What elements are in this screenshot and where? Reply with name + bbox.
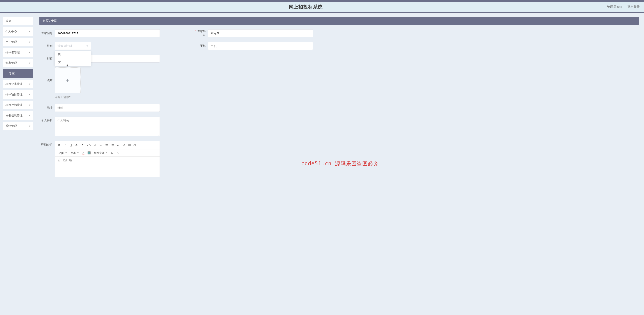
rich-text-editor: B I U S ❞ </> H₁ H₂ 123 — [55, 141, 160, 177]
app-title: 网上招投标系统 — [4, 4, 607, 10]
gender-select-placeholder: 请选择性别 — [58, 44, 72, 48]
gender-select[interactable]: 请选择性别 男 女 — [55, 42, 91, 50]
sidebar-item-expert-mgmt[interactable]: 专家管理 — [3, 59, 33, 67]
sidebar-item-profile[interactable]: 个人中心 — [3, 27, 33, 36]
chevron-down-icon — [29, 126, 30, 127]
svg-point-4 — [111, 145, 112, 145]
breadcrumb-home[interactable]: 首页 — [43, 19, 48, 22]
photo-label: 照片 — [40, 67, 52, 82]
chevron-down-icon — [106, 152, 107, 153]
editor-toolbar-row3 — [55, 157, 160, 164]
editor-toolbar-row2: 14px 文本 A 标准字体 — [55, 149, 160, 157]
photo-upload-box[interactable]: + — [55, 67, 80, 93]
sidebar-item-label: 项目投标管理 — [6, 103, 22, 107]
svg-point-5 — [111, 146, 112, 146]
expert-name-label: 专家姓名 — [193, 29, 206, 37]
svg-rect-10 — [70, 160, 71, 161]
breadcrumb-sep: / — [50, 19, 50, 22]
h1-button[interactable]: H₁ — [92, 143, 98, 148]
sidebar-item-tender-proj[interactable]: 招标项目管理 — [3, 90, 33, 99]
editor-toolbar-row1: B I U S ❞ </> H₁ H₂ 123 — [55, 141, 160, 149]
font-size-select[interactable]: 14px — [57, 151, 68, 154]
quote-button[interactable]: ❞ — [80, 143, 86, 148]
sidebar-item-label: 标书信息管理 — [6, 113, 22, 117]
expert-name-input[interactable] — [208, 29, 313, 37]
specialty-textarea[interactable] — [55, 117, 160, 136]
font-family-select[interactable]: 标准字体 — [92, 151, 109, 155]
unordered-list-button[interactable] — [110, 143, 115, 148]
chevron-down-icon — [29, 105, 30, 106]
breadcrumb: 首页 / 专家 — [40, 17, 639, 25]
text-color-button[interactable]: A — [81, 150, 86, 156]
phone-input[interactable] — [208, 42, 313, 50]
superscript-button[interactable]: x² — [121, 143, 126, 148]
indent-button[interactable] — [132, 143, 138, 148]
expert-no-label: 专家编号 — [40, 31, 52, 35]
header: 网上招投标系统 管理员 abo 退出登录 — [0, 2, 644, 13]
sidebar-item-proj-category[interactable]: 项目分类管理 — [3, 80, 33, 88]
strike-button[interactable]: S — [74, 143, 79, 148]
chevron-down-icon — [86, 45, 88, 47]
address-label: 地址 — [40, 106, 52, 110]
chevron-down-icon — [29, 84, 30, 85]
editor-body[interactable] — [55, 164, 160, 177]
sidebar-item-system-mgmt[interactable]: 系统管理 — [3, 122, 33, 130]
chevron-down-icon — [77, 152, 78, 153]
sidebar-item-label: 专家 — [9, 71, 15, 75]
logout-button[interactable]: 退出登录 — [627, 5, 640, 9]
chevron-down-icon — [29, 31, 30, 32]
current-user-label[interactable]: 管理员 abo — [607, 5, 622, 9]
sidebar: 首页 个人中心 用户管理 招标者管理 专家管理 专家 项目分类管理 招标项目管理 — [0, 13, 36, 314]
sidebar-item-label: 用户管理 — [6, 40, 17, 44]
h2-button[interactable]: H₂ — [98, 143, 104, 148]
expert-no-input[interactable] — [55, 29, 160, 37]
sidebar-item-label: 系统管理 — [6, 124, 17, 128]
breadcrumb-current: 专家 — [51, 19, 57, 22]
phone-label: 手机 — [193, 44, 206, 48]
chevron-down-icon — [29, 94, 30, 95]
gender-option-female[interactable]: 女 — [55, 58, 91, 66]
gender-option-male[interactable]: 男 — [55, 51, 91, 58]
ordered-list-button[interactable]: 123 — [104, 143, 109, 148]
email-label: 邮箱 — [40, 57, 52, 61]
link-button[interactable] — [57, 157, 62, 163]
bg-color-button[interactable] — [86, 150, 92, 156]
main-content: 首页 / 专家 专家编号 专家姓名 性别 请选择性别 — [36, 13, 644, 314]
gender-dropdown: 男 女 — [55, 51, 91, 66]
bold-button[interactable]: B — [57, 143, 62, 148]
svg-rect-6 — [88, 152, 90, 154]
sidebar-item-label: 招标者管理 — [6, 50, 20, 54]
address-input[interactable] — [55, 104, 160, 112]
align-button[interactable] — [109, 150, 114, 156]
save-icon-button[interactable] — [68, 157, 73, 163]
sidebar-item-home[interactable]: 首页 — [3, 17, 33, 25]
subscript-button[interactable]: x₂ — [115, 143, 120, 148]
sidebar-item-bidder-mgmt[interactable]: 招标者管理 — [3, 48, 33, 57]
underline-button[interactable]: U — [68, 143, 73, 148]
sidebar-item-expert[interactable]: 专家 — [3, 69, 33, 78]
sidebar-item-label: 首页 — [6, 19, 11, 23]
block-type-select[interactable]: 文本 — [69, 151, 80, 155]
plus-icon: + — [66, 77, 70, 84]
clear-format-button[interactable]: Tx — [115, 150, 120, 156]
specialty-label: 个人特长 — [40, 117, 52, 122]
sidebar-item-proj-bid[interactable]: 项目投标管理 — [3, 101, 33, 109]
sidebar-item-user-mgmt[interactable]: 用户管理 — [3, 38, 33, 46]
sidebar-item-label: 招标项目管理 — [6, 92, 22, 96]
chevron-down-icon — [66, 152, 67, 153]
svg-rect-7 — [64, 159, 66, 161]
sidebar-item-label: 项目分类管理 — [6, 82, 22, 86]
image-button[interactable] — [62, 157, 68, 163]
sidebar-item-label: 个人中心 — [6, 29, 17, 33]
chevron-down-icon — [29, 62, 30, 64]
gender-label: 性别 — [40, 44, 52, 48]
outdent-button[interactable] — [127, 143, 132, 148]
svg-point-3 — [111, 144, 112, 145]
code-button[interactable]: </> — [86, 143, 92, 148]
top-border — [0, 0, 644, 2]
italic-button[interactable]: I — [62, 143, 68, 148]
chevron-down-icon — [29, 115, 30, 116]
sidebar-item-label: 专家管理 — [6, 61, 17, 65]
sidebar-item-biddoc-info[interactable]: 标书信息管理 — [3, 111, 33, 120]
header-right: 管理员 abo 退出登录 — [607, 5, 640, 9]
